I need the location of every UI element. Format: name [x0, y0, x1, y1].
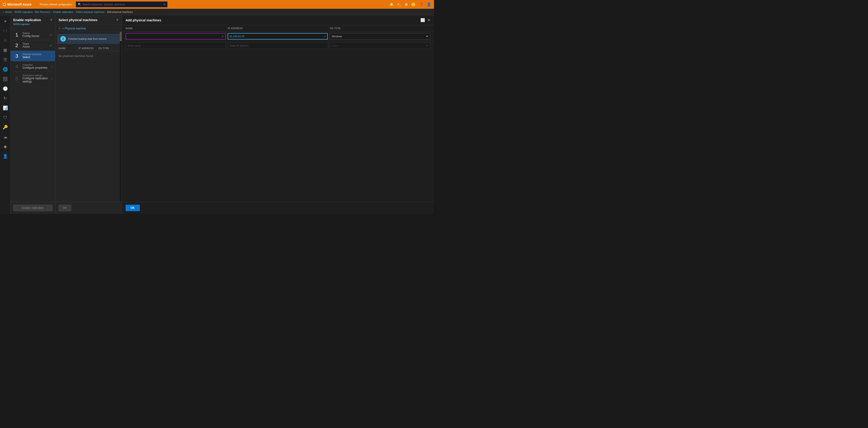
add-col-header-os: OS TYPE [330, 27, 430, 30]
name-input-1[interactable] [127, 35, 222, 38]
step-1-check-icon: ✓ [50, 33, 52, 37]
step-1[interactable]: 1 Source Config-Server ✓ [10, 30, 55, 40]
step-2-info: Target Azure [23, 42, 47, 48]
breadcrumb-expand[interactable]: » [3, 10, 4, 13]
search-clear-icon[interactable]: ✕ [163, 3, 165, 6]
sidebar-favorites-icon[interactable]: ☆ [1, 36, 9, 45]
step-4-value: Configure properties [23, 66, 49, 69]
step-3-chevron-icon: › [52, 54, 52, 58]
plus-icon: ＋ [58, 26, 61, 30]
search-input[interactable] [83, 3, 162, 6]
step-1-value: Config-Server [23, 34, 47, 38]
enable-replication-panel: Enable replication × W2K8-migration 1 So… [10, 15, 55, 214]
step-3-label: Physical machines [23, 53, 49, 56]
topbar: ⬡ Microsoft Azure Restore default config… [0, 0, 434, 9]
sidebar-user-icon[interactable]: 👤 [1, 152, 9, 160]
step-1-info: Source Config-Server [23, 32, 47, 38]
brand: ⬡ Microsoft Azure [3, 2, 31, 7]
step-5-info: Replication settings Configure replicati… [23, 74, 49, 83]
ip-field-1[interactable]: 10.150.24.70 ✓ [228, 33, 328, 39]
panel1-title: Enable replication [13, 18, 41, 22]
panel3-title: Add physical machines [126, 18, 161, 22]
topbar-icons: 🔔 >_ ⚙ 🙂 ❓ 👤 [390, 2, 431, 7]
terminal-icon[interactable]: >_ [397, 2, 401, 7]
sidebar-clock-icon[interactable]: 🕐 [1, 85, 9, 93]
add-col-header-ip: IP ADDRESS [228, 27, 328, 30]
step-5[interactable]: 5 Replication settings Configure replica… [10, 72, 55, 85]
os-value-1: Windows [332, 35, 342, 38]
restore-label[interactable]: Restore default configuration [40, 3, 72, 6]
panel1-close-button[interactable]: × [50, 18, 52, 22]
azure-logo-icon: ⬡ [3, 2, 6, 7]
breadcrumb-w2k8[interactable]: W2K8-migration - Site Recovery [14, 10, 51, 13]
step-2-label: Target [23, 42, 47, 45]
enable-replication-button[interactable]: Enable replication [13, 205, 52, 211]
ip-input-2[interactable] [228, 42, 328, 49]
settings-icon[interactable]: ⚙ [405, 2, 408, 7]
panel1-header: Enable replication × [10, 15, 55, 23]
add-machine-label: + Physical machine [62, 27, 86, 30]
breadcrumb-enable[interactable]: Enable replication [53, 10, 73, 13]
notification-icon[interactable]: 🔔 [390, 2, 394, 7]
field-check-icon-1: ✓ [222, 35, 224, 38]
left-sidebar: ＋ ⋮⋮ ☆ ▦ ☰ 🌐 ⬛ 🕐 ↻ 📊 🛡 🔑 ☁ ◆ 👤 [0, 15, 10, 214]
os-dropdown-arrow-2: ▼ [426, 44, 428, 47]
step-2-check-icon: ✓ [50, 44, 52, 47]
account-icon[interactable]: 👤 [427, 2, 431, 7]
feedback-icon[interactable]: 🙂 [411, 2, 416, 7]
os-dropdown-arrow-1: ▼ [426, 35, 428, 38]
panel2-content: i Finished loading data from service NAM… [55, 32, 122, 202]
panel3-restore-icon[interactable]: ⬜ [421, 18, 425, 22]
scrollbar-thumb[interactable] [120, 32, 122, 41]
sidebar-refresh-icon[interactable]: ↻ [1, 94, 9, 103]
sidebar-diamond-icon[interactable]: ◆ [1, 142, 9, 151]
col-header-name: NAME [59, 47, 79, 50]
sidebar-resource-icon[interactable]: 🌐 [1, 65, 9, 74]
panel3-header-icons: ⬜ ✕ [421, 18, 430, 22]
step-2-number: 2 [13, 43, 20, 48]
os-dropdown-2[interactable]: Select ▼ [330, 42, 430, 49]
scrollbar-track[interactable] [120, 32, 122, 202]
info-icon: i [60, 36, 66, 41]
os-dropdown-1[interactable]: Windows ▼ [330, 33, 430, 39]
step-5-label: Replication settings [23, 74, 49, 77]
sidebar-key-icon[interactable]: 🔑 [1, 123, 9, 132]
main-layout: ＋ ⋮⋮ ☆ ▦ ☰ 🌐 ⬛ 🕐 ↻ 📊 🛡 🔑 ☁ ◆ 👤 Enable re… [0, 15, 434, 214]
info-text: Finished loading data from service [68, 37, 107, 40]
step-2[interactable]: 2 Target Azure ✓ [10, 40, 55, 51]
panel3-close-icon[interactable]: ✕ [427, 18, 430, 22]
panel2-ok-button[interactable]: OK [59, 205, 71, 211]
sidebar-create-icon[interactable]: ＋ [1, 17, 9, 25]
name-input-2[interactable] [126, 42, 226, 49]
search-icon: 🔍 [78, 3, 81, 6]
panel2-close-button[interactable]: × [116, 18, 118, 22]
sidebar-shield-icon[interactable]: 🛡 [1, 113, 9, 122]
breadcrumb-home[interactable]: Home [5, 10, 12, 13]
name-field-1[interactable]: ✓ [126, 33, 226, 39]
add-col-header-name: NAME [126, 27, 226, 30]
breadcrumb-select[interactable]: Select physical machines [76, 10, 104, 13]
select-physical-machines-panel: Select physical machines × ＋ + Physical … [55, 15, 122, 214]
sidebar-grid-icon[interactable]: ⬛ [1, 75, 9, 83]
add-physical-machine-button[interactable]: ＋ + Physical machine [55, 25, 122, 32]
search-box[interactable]: 🔍 ✕ [76, 1, 167, 7]
step-4-info: Properties Configure properties [23, 64, 49, 69]
sidebar-dashboard-icon[interactable]: ▦ [1, 46, 9, 54]
add-physical-machines-panel: Add physical machines ⬜ ✕ NAME IP ADDRES… [122, 15, 434, 214]
panel2-footer: OK [55, 202, 122, 214]
add-table-row-1: ✓ 10.150.24.70 ✓ Windows ▼ [122, 32, 434, 41]
steps-list: 1 Source Config-Server ✓ 2 Target Azure … [10, 28, 55, 202]
panel2-title: Select physical machines [59, 18, 97, 22]
step-4[interactable]: 4 Properties Configure properties › [10, 61, 55, 72]
step-4-chevron-icon: › [52, 65, 52, 68]
sidebar-cloud-icon[interactable]: ☁ [1, 133, 9, 141]
panel3-ok-button[interactable]: OK [126, 205, 140, 211]
sidebar-expand-icon[interactable]: ⋮⋮ [1, 27, 9, 35]
ip-check-icon-1: ✓ [324, 35, 326, 38]
help-icon[interactable]: ❓ [419, 2, 424, 7]
sidebar-services-icon[interactable]: ☰ [1, 56, 9, 64]
breadcrumb-add: Add physical machines [107, 10, 133, 13]
step-3[interactable]: 3 Physical machines Select › [10, 51, 55, 61]
sidebar-monitor-icon[interactable]: 📊 [1, 104, 9, 112]
step-3-info: Physical machines Select [23, 53, 49, 59]
